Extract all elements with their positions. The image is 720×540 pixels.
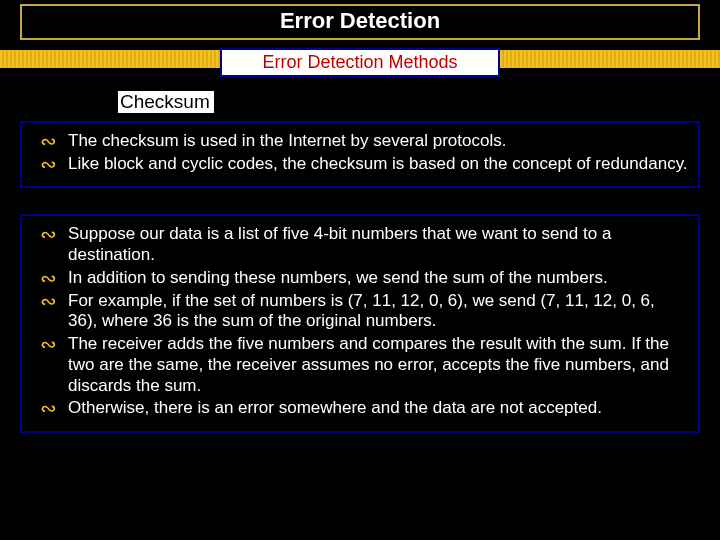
- list-item: The receiver adds the five numbers and c…: [36, 334, 688, 396]
- list-item: The checksum is used in the Internet by …: [36, 131, 688, 152]
- slide-subtitle: Error Detection Methods: [220, 48, 500, 77]
- content-block-2: Suppose our data is a list of five 4-bit…: [20, 214, 700, 433]
- slide-title: Error Detection: [20, 4, 700, 40]
- list-item: Suppose our data is a list of five 4-bit…: [36, 224, 688, 265]
- list-item: In addition to sending these numbers, we…: [36, 268, 688, 289]
- list-item: Like block and cyclic codes, the checksu…: [36, 154, 688, 175]
- content-block-1: The checksum is used in the Internet by …: [20, 121, 700, 188]
- section-heading: Checksum: [118, 91, 214, 113]
- list-item: For example, if the set of numbers is (7…: [36, 291, 688, 332]
- list-item: Otherwise, there is an error somewhere a…: [36, 398, 688, 419]
